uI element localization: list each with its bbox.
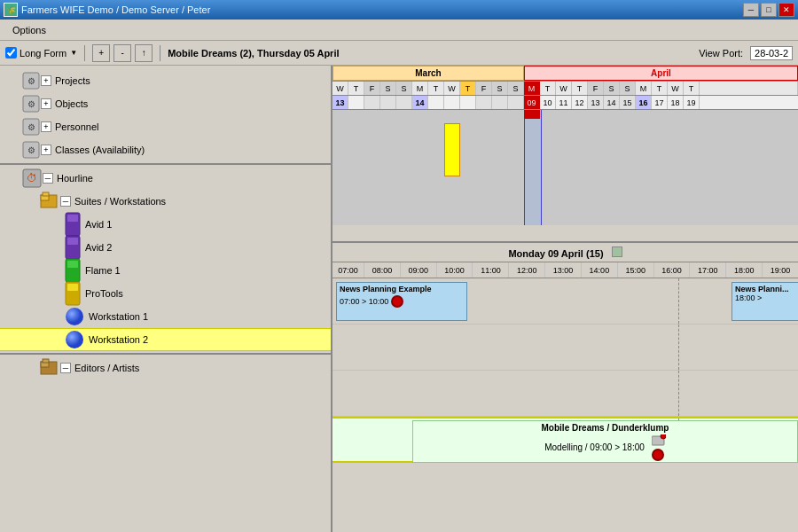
day-w3: W bbox=[556, 82, 572, 95]
minimize-button[interactable]: ─ bbox=[743, 3, 759, 17]
longform-checkbox[interactable] bbox=[5, 47, 17, 59]
suites-expand[interactable]: ─ bbox=[60, 196, 71, 207]
april-header: April bbox=[524, 66, 798, 81]
svg-rect-20 bbox=[67, 284, 78, 291]
event-news-planning-right[interactable]: News Planni... 18:00 > bbox=[732, 282, 798, 321]
event-news-right-title: News Planni... bbox=[735, 285, 795, 293]
nav-up-button[interactable]: ↑ bbox=[135, 44, 153, 62]
tree-item-classes[interactable]: ⚙ + Classes (Availability) bbox=[0, 138, 331, 161]
day-s5: S bbox=[604, 82, 620, 95]
app-icon: 🌾 bbox=[4, 3, 18, 17]
ws2-label: Workstation 2 bbox=[89, 334, 148, 345]
main-area: ⚙ + Projects ⚙ + Objects bbox=[0, 66, 798, 532]
day-f1: F bbox=[364, 82, 380, 95]
march-header: March bbox=[332, 66, 524, 81]
day-f3: F bbox=[588, 82, 604, 95]
timeline-header: 07:00 08:00 09:00 10:00 11:00 12:00 13:0… bbox=[332, 262, 798, 278]
projects-icon: ⚙ bbox=[21, 71, 41, 90]
hourline-label: Hourline bbox=[57, 173, 93, 184]
tree-item-personnel[interactable]: ⚙ + Personnel bbox=[0, 115, 331, 138]
tree-item-objects[interactable]: ⚙ + Objects bbox=[0, 92, 331, 115]
svg-text:⏱: ⏱ bbox=[27, 172, 37, 184]
hourline-icon: ⏱ bbox=[21, 168, 43, 189]
day-s2: S bbox=[396, 82, 412, 95]
sep2 bbox=[160, 45, 160, 61]
day-t4: T bbox=[540, 82, 556, 95]
editors-label: Editors / Artists bbox=[74, 363, 139, 373]
svg-text:⚙: ⚙ bbox=[27, 145, 35, 155]
mobile-dreams-label: Mobile Dreams (2), Thursday 05 April bbox=[168, 48, 339, 59]
day-view-header: Monday 09 April (15) bbox=[332, 243, 798, 262]
svg-rect-18 bbox=[67, 261, 78, 268]
tree-item-protools[interactable]: ProTools bbox=[0, 282, 331, 305]
flame1-icon bbox=[64, 262, 82, 279]
week-numbers-row: 13 14 09 10 11 12 13 14 15 16 bbox=[332, 96, 798, 110]
svg-point-21 bbox=[66, 308, 83, 325]
day-view-indicator[interactable] bbox=[612, 246, 622, 257]
calendar-overview: March April W T F S S M T W T F S S M T bbox=[332, 66, 798, 243]
mini-cal-body bbox=[332, 110, 798, 225]
red-today-marker bbox=[524, 110, 540, 119]
event-news-planning-left[interactable]: News Planning Example 07:00 > 10:00 bbox=[336, 282, 467, 321]
ws1-label: Workstation 1 bbox=[89, 311, 148, 322]
tree-item-editors[interactable]: ─ Editors / Artists bbox=[0, 356, 331, 379]
protools-icon bbox=[64, 285, 82, 302]
hourline-expand[interactable]: ─ bbox=[43, 173, 53, 184]
longform-label: Long Form bbox=[20, 48, 66, 59]
maximize-button[interactable]: □ bbox=[761, 3, 777, 17]
row-avid1: News Planning Example 07:00 > 10:00 News… bbox=[332, 278, 798, 325]
objects-icon: ⚙ bbox=[21, 94, 41, 113]
day-t3: T bbox=[460, 82, 476, 95]
day-s6: S bbox=[620, 82, 636, 95]
close-button[interactable]: ✕ bbox=[778, 3, 794, 17]
divider1 bbox=[0, 163, 331, 165]
objects-expand[interactable]: + bbox=[41, 98, 51, 109]
yellow-event-block[interactable] bbox=[444, 123, 460, 176]
projects-label: Projects bbox=[55, 75, 90, 86]
tree-item-flame1[interactable]: Flame 1 bbox=[0, 259, 331, 282]
editors-icon bbox=[39, 357, 60, 379]
tree-item-avid1[interactable]: Avid 1 bbox=[0, 213, 331, 236]
window-controls: ─ □ ✕ bbox=[743, 3, 794, 17]
row-flame1 bbox=[332, 371, 798, 417]
nav-plus-button[interactable]: + bbox=[92, 44, 110, 62]
tree-item-ws2[interactable]: Workstation 2 bbox=[0, 328, 331, 351]
tree-item-avid2[interactable]: Avid 2 bbox=[0, 236, 331, 259]
personnel-label: Personnel bbox=[55, 121, 99, 132]
ws2-icon bbox=[64, 329, 85, 350]
dashed-line-3 bbox=[678, 371, 679, 416]
classes-expand[interactable]: + bbox=[41, 145, 51, 155]
day-m1: M bbox=[412, 82, 428, 95]
personnel-expand[interactable]: + bbox=[41, 121, 51, 132]
event-mobile-title: Mobile Dreams / Dunderklump bbox=[542, 423, 669, 433]
projects-expand[interactable]: + bbox=[41, 75, 51, 86]
options-menu[interactable]: Options bbox=[5, 23, 53, 37]
svg-point-27 bbox=[661, 434, 666, 439]
editors-expand[interactable]: ─ bbox=[60, 363, 71, 373]
longform-dropdown[interactable]: ▼ bbox=[70, 49, 77, 57]
tree-item-ws1[interactable]: Workstation 1 bbox=[0, 305, 331, 328]
event-mobile-dreams[interactable]: Mobile Dreams / Dunderklump Modelling / … bbox=[412, 420, 798, 463]
day-extra bbox=[700, 82, 798, 95]
event-news-icon bbox=[391, 295, 403, 308]
dashed-line-2 bbox=[678, 325, 679, 370]
svg-rect-12 bbox=[43, 192, 49, 196]
tree-item-projects[interactable]: ⚙ + Projects bbox=[0, 69, 331, 92]
event-news-title: News Planning Example bbox=[340, 285, 464, 293]
tree-item-suites[interactable]: ─ Suites / Workstations bbox=[0, 190, 331, 213]
tree-item-hourline[interactable]: ⏱ ─ Hourline bbox=[0, 167, 331, 190]
svg-rect-25 bbox=[43, 359, 49, 363]
sep1 bbox=[84, 45, 85, 61]
avid2-icon bbox=[64, 239, 82, 256]
divider2 bbox=[0, 353, 331, 355]
right-panel: March April W T F S S M T W T F S S M T bbox=[332, 66, 798, 532]
tree-area: ⚙ + Projects ⚙ + Objects bbox=[0, 66, 331, 532]
longform-checkbox-group: Long Form bbox=[5, 47, 66, 59]
day-f2: F bbox=[476, 82, 492, 95]
svg-point-22 bbox=[66, 331, 83, 348]
day-t5: T bbox=[572, 82, 588, 95]
event-news-right-time: 18:00 > bbox=[735, 293, 795, 302]
day-m3: M bbox=[636, 82, 652, 95]
nav-minus-button[interactable]: - bbox=[113, 44, 131, 62]
day-s3: S bbox=[492, 82, 508, 95]
